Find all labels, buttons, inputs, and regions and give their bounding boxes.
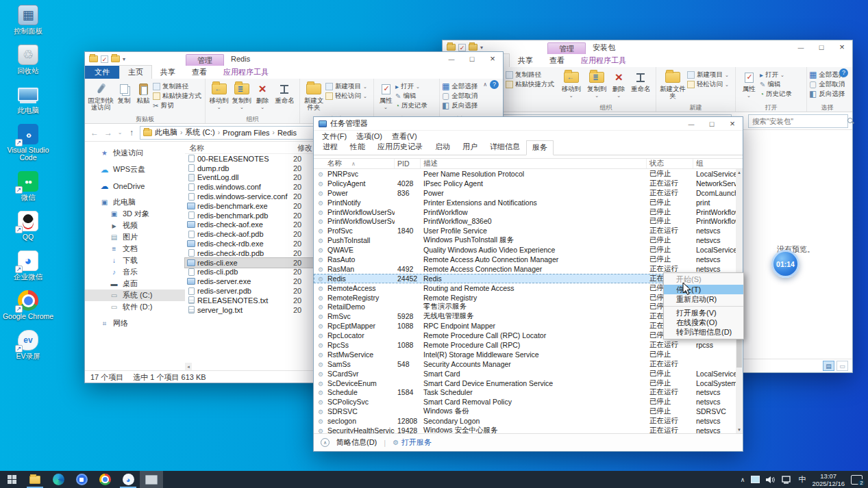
manage-contextual-tab[interactable]: 管理 (547, 42, 586, 54)
invert-selection-button[interactable]: 反向选择 (809, 90, 845, 99)
task-manager-tab[interactable]: 详细信息 (484, 140, 526, 155)
sidebar-item[interactable]: 文档 (85, 243, 185, 255)
quick-access-toolbar[interactable]: ▾ (85, 55, 129, 63)
service-row[interactable]: PNRPsvc Peer Name Resolution Protocol 已停… (314, 169, 743, 179)
task-manager-tab[interactable]: 用户 (456, 140, 484, 155)
recent-locations-icon[interactable]: ⌄ (116, 129, 123, 136)
service-row[interactable]: Schedule 1584 Task Scheduler 正在运行 netsvc… (314, 387, 743, 397)
desktop-icon[interactable]: QQ (1, 210, 55, 241)
service-row[interactable]: PrintWorkflowUserSvc PrintWorkflow 已停止 P… (314, 207, 743, 217)
task-manager-tab[interactable]: 应用历史记录 (371, 140, 429, 155)
service-row[interactable]: PushToInstall Windows PushToInstall 服务 已… (314, 235, 743, 245)
select-none-button[interactable]: 全部取消 (809, 80, 845, 89)
titlebar[interactable]: 任务管理器 (314, 117, 743, 131)
easy-access-button[interactable]: 轻松访问 (325, 92, 367, 101)
new-item-button[interactable]: 新建项目 (687, 70, 729, 79)
copy-path-button[interactable]: 复制路径 (506, 70, 554, 79)
open-button[interactable]: 打开 (760, 70, 792, 79)
chevron-down-icon[interactable]: ▾ (480, 44, 483, 51)
search-input[interactable] (752, 117, 845, 125)
desktop-icon[interactable]: 企业微信 (1, 250, 55, 281)
rename-button[interactable]: 重命名 (628, 68, 654, 92)
help-icon[interactable] (839, 68, 848, 77)
taskbar-chrome-button[interactable] (93, 471, 116, 488)
scroll-up-icon[interactable] (736, 169, 743, 176)
service-row[interactable]: SDRSVC Windows 备份 已停止 SDRSVC (314, 407, 743, 416)
history-button[interactable]: 历史记录 (760, 90, 792, 99)
ribbon-collapse-icon[interactable]: ∧ (483, 81, 487, 88)
ribbon-tab[interactable]: 共享 (510, 54, 541, 67)
task-manager-tab[interactable]: 服务 (526, 140, 554, 155)
desktop-icon[interactable]: 此电脑 (1, 84, 55, 114)
move-to-button[interactable]: ←移动到 (208, 79, 230, 110)
maximize-button[interactable] (811, 40, 832, 54)
edit-button[interactable]: 编辑 (760, 80, 792, 89)
service-row[interactable]: seclogon 12808 Secondary Logon 正在运行 nets… (314, 416, 743, 426)
search-box[interactable] (748, 114, 848, 128)
taskbar-edge-button[interactable] (47, 471, 70, 488)
select-none-button[interactable]: 全部取消 (442, 92, 478, 101)
select-all-button[interactable]: 全部选择 (442, 82, 478, 91)
taskbar-clock[interactable]: 13:07 2025/12/16 (812, 472, 845, 487)
service-row[interactable]: Power 836 Power 正在运行 DcomLaunch (314, 188, 743, 198)
properties-button[interactable]: 属性 (738, 68, 760, 99)
taskbar-wecom-button[interactable] (116, 471, 140, 488)
chevron-down-icon[interactable]: ▾ (123, 56, 125, 62)
ribbon-tab[interactable]: 主页 (119, 65, 152, 79)
service-row[interactable]: SCardSvr Smart Card 已停止 LocalService... (314, 369, 743, 378)
column-header-group[interactable]: 组 (693, 159, 743, 168)
sidebar-item[interactable]: 此电脑 (85, 196, 185, 208)
context-menu-item[interactable]: 转到详细信息(D) (664, 327, 743, 337)
details-view-button[interactable] (823, 361, 834, 371)
back-icon[interactable]: ← (89, 128, 100, 138)
ribbon-tab[interactable]: 查看 (541, 54, 573, 67)
up-icon[interactable]: ↑ (126, 128, 137, 138)
taskbar-active-app-button[interactable] (140, 471, 163, 488)
paste-shortcut-button[interactable]: 粘贴快捷方式 (153, 92, 201, 101)
start-button[interactable] (0, 471, 23, 488)
service-row[interactable]: QWAVE Quality Windows Audio Video Experi… (314, 245, 743, 255)
new-item-button[interactable]: 新建项目 (325, 82, 367, 91)
delete-button[interactable]: 删除 (610, 68, 628, 99)
column-header-desc[interactable]: 描述 (421, 159, 647, 168)
taskbar-explorer-button[interactable] (23, 471, 47, 488)
desktop-icon[interactable]: 微信 (1, 170, 55, 201)
fewer-details-button[interactable]: 简略信息(D) (336, 437, 377, 448)
manage-contextual-tab[interactable]: 管理 (186, 54, 224, 66)
service-row[interactable]: PrintWorkflowUserSvc_8... PrintWorkflow_… (314, 216, 743, 226)
context-menu-item[interactable]: 开始(S) (664, 274, 743, 285)
rename-button[interactable]: 重命名 (272, 79, 297, 104)
column-header-pid[interactable]: PID (395, 159, 421, 168)
move-to-button[interactable]: ←移动到 (558, 68, 584, 99)
forward-icon[interactable]: → (103, 128, 114, 138)
cut-button[interactable]: 剪切 (153, 101, 201, 110)
close-button[interactable] (722, 117, 743, 130)
maximize-button[interactable] (462, 52, 482, 66)
help-icon[interactable] (490, 80, 499, 89)
task-manager-tab[interactable]: 性能 (344, 140, 371, 155)
sidebar-item[interactable]: 音乐 (85, 266, 185, 278)
sidebar-item[interactable]: 3D 对象 (85, 208, 185, 220)
ribbon-tab[interactable]: 文件 (85, 66, 119, 79)
copy-button[interactable]: 复制 (114, 79, 134, 104)
display-tray-icon[interactable] (751, 476, 760, 483)
ribbon-collapse-icon[interactable]: ∧ (832, 70, 836, 76)
breadcrumb-item[interactable]: 系统 (C:) (185, 127, 214, 138)
sidebar-item[interactable]: 桌面 (85, 278, 185, 290)
titlebar[interactable]: ▾ 管理 安装包 (443, 40, 852, 54)
sidebar-item[interactable]: WPS云盘 (85, 164, 185, 175)
maximize-button[interactable] (702, 117, 722, 130)
sidebar-item[interactable]: 快速访问 (85, 147, 185, 159)
service-row[interactable]: RpcSs 1088 Remote Procedure Call (RPC) 正… (314, 340, 743, 350)
context-menu-item[interactable]: 重新启动(R) (664, 294, 743, 305)
service-row[interactable]: ProfSvc 1840 User Profile Service 正在运行 n… (314, 226, 743, 235)
minimize-button[interactable] (441, 52, 462, 66)
desktop-icon[interactable]: Visual Studio Code (1, 123, 55, 162)
quick-access-toolbar[interactable]: ▾ (443, 44, 487, 51)
ribbon-tab[interactable]: 应用程序工具 (215, 66, 277, 79)
breadcrumb-item[interactable]: 此电脑 (155, 127, 177, 138)
recording-timer-bubble[interactable]: 01:14 (771, 250, 799, 278)
thumbnail-view-button[interactable] (836, 361, 848, 371)
delete-button[interactable]: 删除 (253, 79, 271, 110)
task-manager-tab[interactable]: 进程 (317, 140, 344, 155)
